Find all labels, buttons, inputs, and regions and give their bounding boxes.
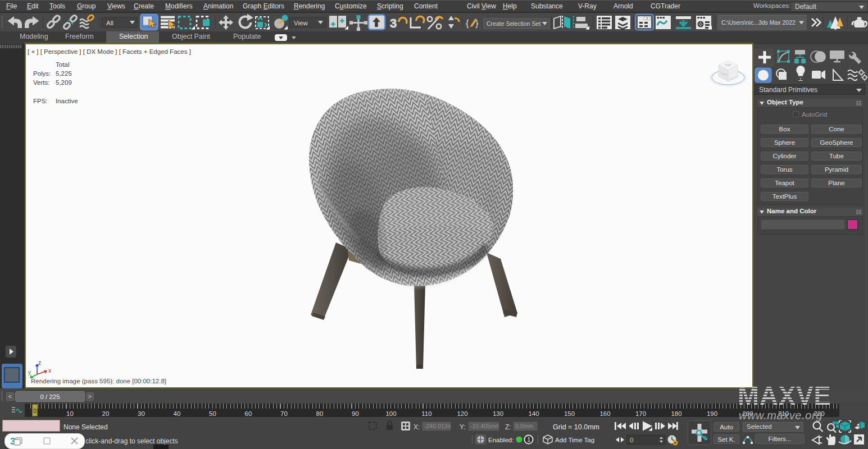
svg-text:3: 3 — [390, 16, 397, 30]
svg-text:View: View — [294, 20, 308, 26]
svg-text:Create Selection Set: Create Selection Set — [487, 20, 540, 27]
svg-text:{: { — [466, 18, 469, 29]
svg-text:0: 0 — [630, 437, 633, 443]
svg-text:All: All — [106, 20, 113, 26]
svg-text:C:\Users\nic...3ds Max 2022: C:\Users\nic...3ds Max 2022 — [721, 19, 796, 26]
svg-text:y: y — [28, 369, 31, 375]
svg-text:TOP: TOP — [725, 63, 731, 67]
svg-text:1: 1 — [527, 436, 530, 443]
svg-text:x: x — [48, 368, 51, 374]
svg-text:Add Time Tag: Add Time Tag — [555, 437, 594, 443]
svg-text:Enabled:: Enabled: — [488, 437, 513, 443]
svg-text:z: z — [38, 360, 41, 366]
